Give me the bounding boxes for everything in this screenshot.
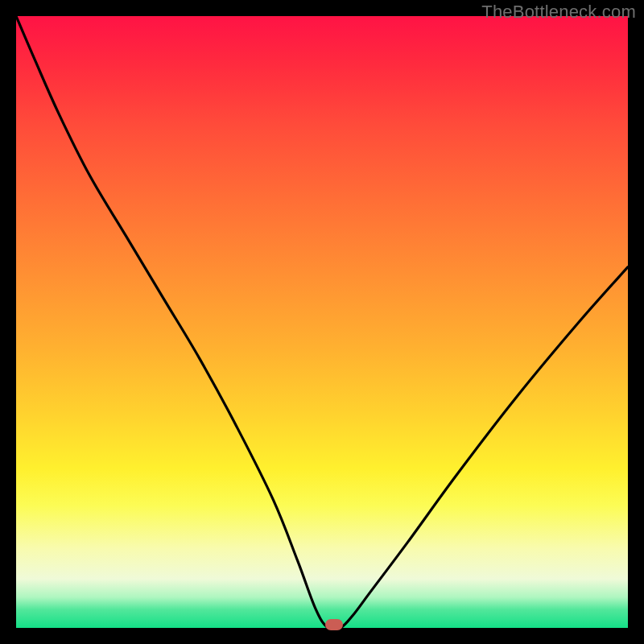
plot-area: [16, 16, 628, 628]
chart-frame: TheBottleneck.com: [0, 0, 644, 644]
trough-marker: [325, 619, 343, 630]
bottleneck-curve: [16, 16, 628, 628]
curve-path: [16, 16, 628, 628]
watermark-text: TheBottleneck.com: [481, 2, 636, 23]
